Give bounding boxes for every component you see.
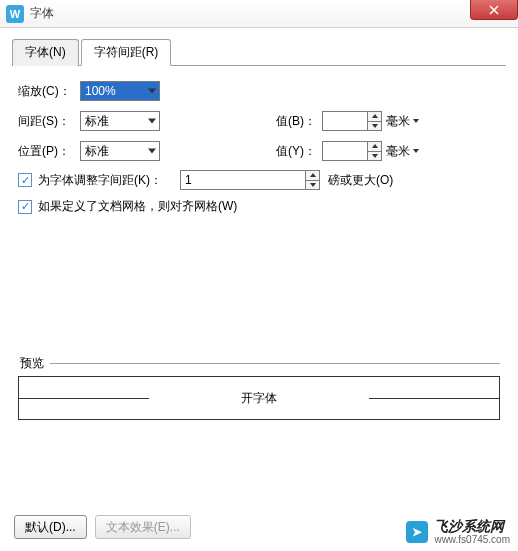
chevron-down-icon — [148, 89, 156, 94]
titlebar: W 字体 — [0, 0, 518, 28]
spin-down-button[interactable] — [368, 122, 381, 131]
value-b-unit[interactable]: 毫米 — [386, 113, 419, 130]
watermark-icon: ➤ — [406, 521, 428, 543]
window-title: 字体 — [30, 5, 54, 22]
app-icon: W — [6, 5, 24, 23]
value-b-label: 值(B)： — [270, 113, 322, 130]
chevron-down-icon — [148, 149, 156, 154]
chevron-down-icon — [372, 154, 378, 158]
chevron-down-icon — [413, 119, 419, 123]
spin-down-button[interactable] — [306, 181, 319, 190]
tab-char-spacing[interactable]: 字符间距(R) — [81, 39, 172, 66]
preview-sample: 开字体 — [241, 390, 277, 407]
spacing-label: 间距(S)： — [18, 113, 80, 130]
chevron-down-icon — [372, 124, 378, 128]
position-label: 位置(P)： — [18, 143, 80, 160]
spin-down-button[interactable] — [368, 152, 381, 161]
watermark: ➤ 飞沙系统网 www.fs0745.com — [406, 519, 510, 545]
spacing-value: 标准 — [85, 113, 109, 130]
kerning-value: 1 — [185, 173, 192, 187]
chevron-up-icon — [310, 173, 316, 177]
scale-value: 100% — [85, 84, 116, 98]
spin-up-button[interactable] — [306, 171, 319, 181]
kerning-input[interactable]: 1 — [180, 170, 320, 190]
default-button[interactable]: 默认(D)... — [14, 515, 87, 539]
text-effect-button[interactable]: 文本效果(E)... — [95, 515, 191, 539]
watermark-main: 飞沙系统网 — [434, 519, 510, 534]
chevron-up-icon — [372, 144, 378, 148]
divider — [50, 363, 500, 364]
value-b-input[interactable] — [322, 111, 382, 131]
chevron-down-icon — [148, 119, 156, 124]
scale-label: 缩放(C)： — [18, 83, 80, 100]
tab-strip: 字体(N) 字符间距(R) — [12, 38, 506, 66]
chevron-down-icon — [413, 149, 419, 153]
chevron-down-icon — [310, 183, 316, 187]
kerning-checkbox[interactable]: ✓ — [18, 173, 32, 187]
kerning-label: 为字体调整字间距(K)： — [38, 172, 162, 189]
position-combo[interactable]: 标准 — [80, 141, 160, 161]
spin-up-button[interactable] — [368, 112, 381, 122]
position-value: 标准 — [85, 143, 109, 160]
value-y-unit[interactable]: 毫米 — [386, 143, 419, 160]
value-y-input[interactable] — [322, 141, 382, 161]
spin-up-button[interactable] — [368, 142, 381, 152]
kerning-suffix: 磅或更大(O) — [328, 172, 393, 189]
scale-combo[interactable]: 100% — [80, 81, 160, 101]
watermark-sub: www.fs0745.com — [434, 534, 510, 545]
snapgrid-checkbox[interactable]: ✓ — [18, 200, 32, 214]
preview-box: 开字体 — [18, 376, 500, 420]
close-icon — [489, 5, 499, 15]
snapgrid-label: 如果定义了文档网格，则对齐网格(W) — [38, 198, 237, 215]
chevron-up-icon — [372, 114, 378, 118]
value-y-label: 值(Y)： — [270, 143, 322, 160]
spacing-combo[interactable]: 标准 — [80, 111, 160, 131]
close-button[interactable] — [470, 0, 518, 20]
preview-legend: 预览 — [18, 355, 46, 372]
tab-font[interactable]: 字体(N) — [12, 39, 79, 66]
